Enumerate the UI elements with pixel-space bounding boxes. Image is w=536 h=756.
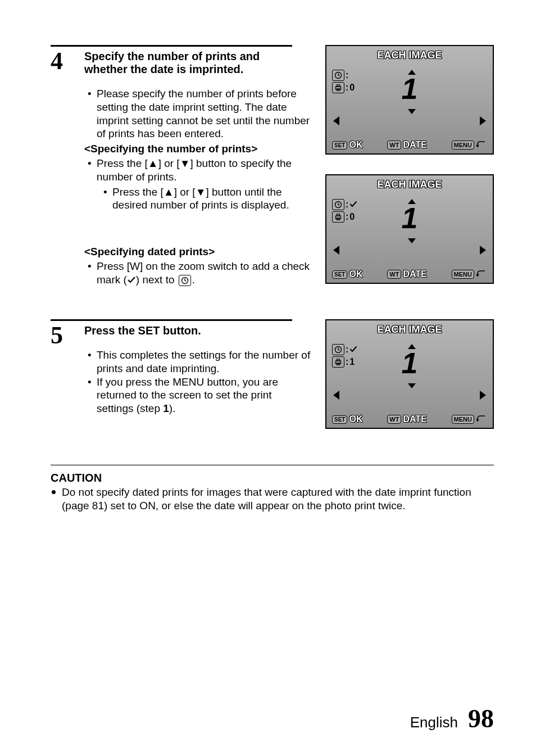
lcd-big-number: 1	[326, 346, 493, 380]
step-5: 5 Press the SET button. This completes t…	[51, 319, 494, 449]
left-triangle-icon	[333, 246, 339, 255]
lcd-set-ok: SETOK	[332, 140, 362, 150]
down-triangle-icon: ▼	[180, 157, 190, 169]
lcd-menu-return: MENU	[452, 269, 487, 279]
clock-icon	[179, 275, 191, 286]
lcd-title: EACH IMAGE	[326, 49, 493, 61]
return-icon	[476, 269, 487, 279]
down-triangle-icon	[408, 383, 416, 388]
down-triangle-icon	[408, 238, 416, 243]
right-triangle-icon	[480, 116, 486, 125]
up-triangle-icon	[408, 70, 416, 75]
footer-page-number: 98	[468, 704, 494, 734]
lcd-set-ok: SETOK	[332, 269, 362, 279]
down-triangle-icon	[408, 109, 416, 114]
footer-language: English	[410, 714, 458, 731]
lcd-wt-date: WTDATE	[387, 140, 426, 150]
step5-bullet-1: This completes the settings for the numb…	[84, 348, 311, 375]
return-icon	[476, 414, 487, 424]
step-number-4: 4	[51, 45, 84, 74]
lcd-screen-each-image-2: EACH IMAGE : : 0 1	[325, 174, 494, 284]
step4-bullet-1: Please specify the number of prints befo…	[84, 87, 311, 141]
step4-bullet-2: Press the [▲] or [▼] button to specify t…	[84, 157, 311, 212]
left-triangle-icon	[333, 116, 339, 125]
caution-bullet-1: Do not specify dated prints for images t…	[51, 486, 494, 513]
lcd-set-ok: SETOK	[332, 414, 362, 424]
caution-heading: CAUTION	[51, 472, 494, 485]
step4-heading: Specify the number of prints and whether…	[84, 45, 292, 76]
step4-bullet-3: Press the [▲] or [▼] button until the de…	[97, 185, 311, 212]
lcd-title: EACH IMAGE	[326, 324, 493, 336]
lcd-big-number: 1	[326, 72, 493, 106]
up-triangle-icon	[408, 199, 416, 204]
step4-bullet-4: Press [W] on the zoom switch to add a ch…	[84, 260, 311, 287]
lcd-wt-date: WTDATE	[387, 414, 426, 424]
up-triangle-icon: ▲	[148, 157, 158, 169]
lcd-screen-each-image-3: EACH IMAGE : : 1 1	[325, 319, 494, 429]
lcd-menu-return: MENU	[452, 414, 487, 424]
check-icon	[127, 274, 136, 287]
left-triangle-icon	[333, 391, 339, 400]
lcd-title: EACH IMAGE	[326, 179, 493, 191]
lcd-screen-each-image-1: EACH IMAGE : : 0 1	[325, 45, 494, 155]
step-number-5: 5	[51, 319, 84, 348]
down-triangle-icon: ▼	[196, 186, 206, 198]
lcd-big-number: 1	[326, 201, 493, 235]
lcd-wt-date: WTDATE	[387, 269, 426, 279]
step4-subhead-dated: <Specifying dated prints>	[84, 246, 311, 258]
lcd-menu-return: MENU	[452, 140, 487, 150]
step5-bullet-2: If you press the MENU button, you are re…	[84, 375, 311, 415]
return-icon	[476, 140, 487, 150]
right-triangle-icon	[480, 391, 486, 400]
page-footer: English 98	[410, 704, 494, 734]
step4-subhead-prints: <Specifying the number of prints>	[84, 143, 311, 155]
right-triangle-icon	[480, 246, 486, 255]
up-triangle-icon: ▲	[163, 186, 174, 198]
up-triangle-icon	[408, 344, 416, 349]
step-4: 4 Specify the number of prints and wheth…	[51, 45, 494, 304]
step5-heading: Press the SET button.	[84, 319, 292, 337]
caution-rule	[51, 464, 494, 466]
